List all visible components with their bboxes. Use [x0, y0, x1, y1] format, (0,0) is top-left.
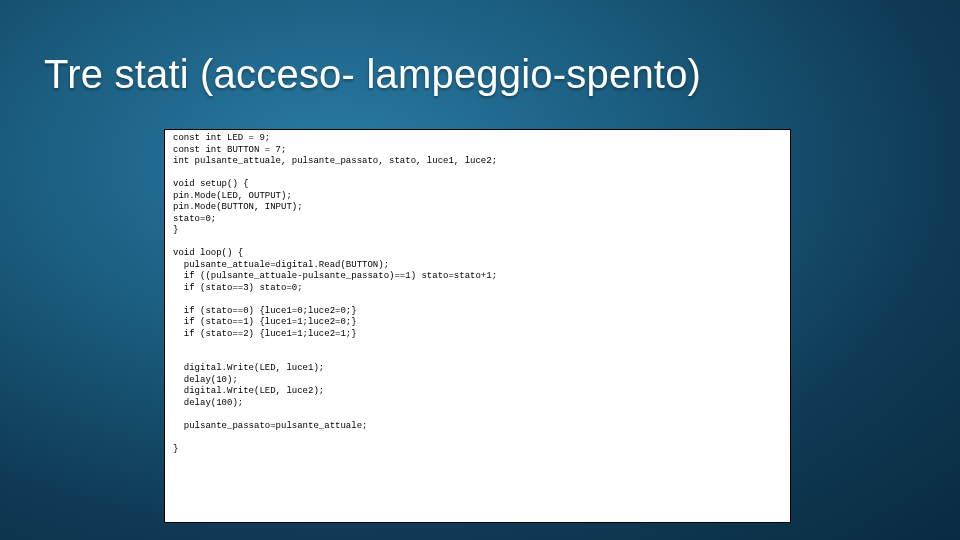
code-block: const int LED = 9; const int BUTTON = 7;…: [164, 129, 791, 523]
slide-title: Tre stati (acceso- lampeggio-spento): [44, 52, 916, 97]
slide: Tre stati (acceso- lampeggio-spento) con…: [0, 0, 960, 540]
